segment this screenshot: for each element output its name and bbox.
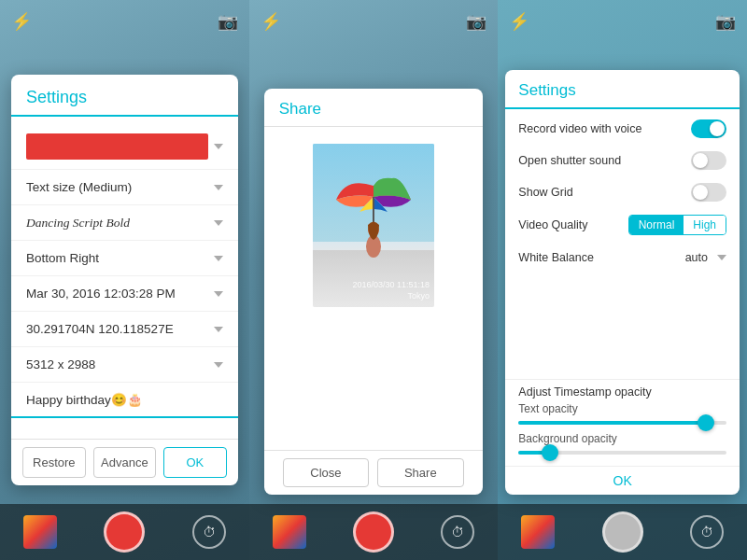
timestamp-text: 2016/03/30 11:51:18 [352,280,430,289]
settings-title-3: Settings [505,70,740,109]
bg-opacity-thumb[interactable] [542,444,558,461]
bg-opacity-track[interactable] [518,451,726,455]
shutter-button-2[interactable] [353,511,394,553]
position-arrow [214,256,223,261]
gallery-thumb-2[interactable] [273,515,306,549]
camera-icon-3: 📷 [715,11,736,32]
record-video-toggle[interactable] [691,119,726,138]
text-opacity-label: Text opacity [518,402,726,415]
panel2-topbar: ⚡ 📷 [249,7,499,35]
settings-dialog-3: Settings Record video with voice Open sh… [505,70,740,495]
phone-panel-1: ⚡ 📷 Settings Text size (Medium) Dancing … [0,0,249,560]
shutter-button-1[interactable] [104,511,145,553]
umbrella-svg [327,158,420,270]
settings-dialog-1: Settings Text size (Medium) Dancing Scri… [11,75,238,485]
restore-button[interactable]: Restore [22,447,86,478]
text-opacity-thumb[interactable] [698,414,714,431]
coords-row[interactable]: 30.291704N 120.118527E [11,312,238,347]
white-balance-row: White Balance auto [505,242,740,273]
timer-button-3[interactable]: ⏱ [690,515,724,549]
quality-buttons: Normal High [628,215,726,235]
phone-panel-2: ⚡ 📷 Share [249,0,499,560]
date-label: Mar 30, 2016 12:03:28 PM [26,287,208,301]
show-grid-toggle[interactable] [691,183,726,202]
record-video-label: Record video with voice [518,122,641,135]
quality-normal-button[interactable]: Normal [629,216,684,234]
video-quality-row: Video Quality Normal High [505,208,740,242]
color-swatch[interactable] [26,133,208,160]
color-dropdown-arrow [214,144,223,149]
quality-high-button[interactable]: High [684,216,726,234]
gallery-thumb-1[interactable] [23,515,57,549]
text-size-row[interactable]: Text size (Medium) [11,170,238,205]
ok-button-3[interactable]: OK [613,473,632,488]
resolution-arrow [214,362,223,368]
share-button[interactable]: Share [377,458,464,487]
timer-icon-1: ⏱ [203,525,216,539]
show-grid-row: Show Grid [505,176,740,208]
timer-icon-2: ⏱ [451,525,464,539]
note-row: Happy birthday😊🎂 [11,383,238,418]
timer-icon-3: ⏱ [700,525,713,539]
lightning-icon-2: ⚡ [261,11,281,32]
note-text: Happy birthday😊🎂 [26,392,143,407]
gallery-thumb-3[interactable] [521,515,555,549]
resolution-row[interactable]: 5312 x 2988 [11,347,238,383]
text-opacity-container: Text opacity [518,402,726,425]
ok-button-1[interactable]: OK [163,447,227,478]
settings3-footer: OK [505,466,740,495]
share-dialog: Share [264,89,484,495]
opacity-section-title: Adjust Timestamp opacity [518,385,726,399]
shutter-sound-toggle[interactable] [691,151,726,170]
position-row[interactable]: Bottom Right [11,241,238,276]
wb-control: auto [685,251,726,264]
position-label: Bottom Right [26,251,208,265]
phone-panel-3: ⚡ 📷 Settings Record video with voice Ope… [498,0,747,560]
font-arrow [214,220,223,226]
coords-label: 30.291704N 120.118527E [26,322,208,336]
panel2-bottombar: ⏱ [249,504,499,560]
panel3-bottombar: ⏱ [498,504,747,560]
panel1-bottombar: ⏱ [0,504,249,560]
slider-section: Adjust Timestamp opacity Text opacity Ba… [505,379,740,466]
record-video-row: Record video with voice [505,113,740,145]
timer-button-1[interactable]: ⏱ [192,515,226,549]
bg-opacity-container: Background opacity [518,432,726,455]
advance-button[interactable]: Advance [93,447,157,478]
coords-arrow [214,327,223,332]
date-row[interactable]: Mar 30, 2016 12:03:28 PM [11,276,238,312]
color-row[interactable] [11,124,238,170]
share-timestamp: 2016/03/30 11:51:18 Tokyo [352,279,430,302]
panel3-topbar: ⚡ 📷 [498,7,747,35]
share-image-container: 2016/03/30 11:51:18 Tokyo [264,127,484,354]
resolution-label: 5312 x 2988 [26,357,208,371]
timer-button-2[interactable]: ⏱ [441,515,474,549]
panel1-topbar: ⚡ 📷 [0,7,249,35]
shutter-button-3[interactable] [602,511,643,553]
lightning-icon: ⚡ [11,11,32,32]
settings-footer-1: Restore Advance OK [11,439,238,485]
bg-opacity-label: Background opacity [518,432,726,445]
white-balance-label: White Balance [518,251,594,264]
text-size-label: Text size (Medium) [26,180,208,194]
shutter-sound-label: Open shutter sound [518,154,621,167]
close-button[interactable]: Close [283,458,368,487]
wb-value: auto [685,251,708,264]
text-opacity-fill [518,421,705,425]
settings-title-1: Settings [11,75,238,117]
share-title: Share [264,89,484,127]
shutter-sound-row: Open shutter sound [505,145,740,176]
settings3-content: Record video with voice Open shutter sou… [505,109,740,379]
camera-icon: 📷 [218,11,238,32]
show-grid-label: Show Grid [518,186,572,199]
location-text: Tokyo [407,291,430,301]
date-arrow [214,291,223,297]
text-size-arrow [214,185,223,190]
wb-dropdown-arrow[interactable] [717,255,726,260]
font-label: Dancing Script Bold [26,216,208,231]
text-opacity-track[interactable] [518,421,726,425]
share-footer: Close Share [264,450,484,495]
settings-content-1: Text size (Medium) Dancing Script Bold B… [11,117,238,439]
font-row[interactable]: Dancing Script Bold [11,205,238,241]
lightning-icon-3: ⚡ [509,11,529,32]
